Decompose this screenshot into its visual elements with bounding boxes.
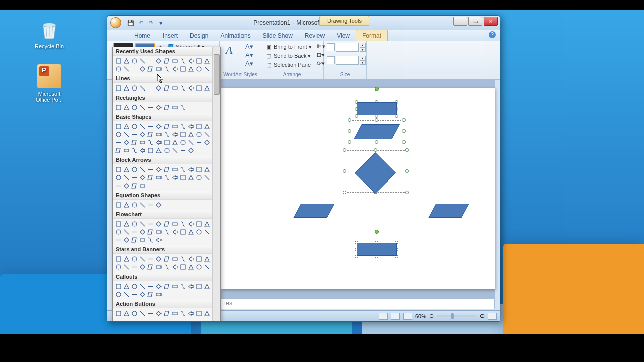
shape-option[interactable] xyxy=(203,166,211,173)
shape-option[interactable] xyxy=(171,104,179,111)
tab-review[interactable]: Review xyxy=(299,30,331,41)
shape-option[interactable] xyxy=(171,139,179,146)
shape-option[interactable] xyxy=(123,182,130,190)
shape-option[interactable] xyxy=(195,263,203,271)
shape-option[interactable] xyxy=(179,174,187,182)
shape-option[interactable] xyxy=(139,139,146,146)
width-spinner[interactable]: ▴▾ xyxy=(360,56,366,65)
shape-option[interactable] xyxy=(171,283,179,290)
notes-pane[interactable]: tes xyxy=(221,298,495,309)
shape-option[interactable] xyxy=(171,228,179,236)
shape-option[interactable] xyxy=(123,255,130,263)
shape-option[interactable] xyxy=(163,84,171,92)
shape-option[interactable] xyxy=(195,174,203,182)
text-outline-button[interactable]: A▾ xyxy=(245,51,253,59)
shape-option[interactable] xyxy=(155,139,163,146)
shape-option[interactable] xyxy=(139,310,146,317)
shape-option[interactable] xyxy=(123,220,130,228)
shape-option[interactable] xyxy=(179,65,187,73)
shape-option[interactable] xyxy=(187,123,195,130)
shape-option[interactable] xyxy=(195,65,203,73)
shape-option[interactable] xyxy=(179,255,187,263)
shape-option[interactable] xyxy=(123,57,130,65)
shape-option[interactable] xyxy=(163,220,171,228)
shape-option[interactable] xyxy=(123,310,130,317)
shape-option[interactable] xyxy=(131,220,138,228)
shape-option[interactable] xyxy=(163,147,171,154)
shape-option[interactable] xyxy=(131,255,138,263)
shape-option[interactable] xyxy=(179,131,187,138)
shape-option[interactable] xyxy=(139,174,146,182)
shape-option[interactable] xyxy=(115,263,122,271)
shape-option[interactable] xyxy=(115,131,122,138)
shape-option[interactable] xyxy=(163,65,171,73)
shape-option[interactable] xyxy=(187,57,195,65)
shape-option[interactable] xyxy=(139,291,146,298)
shape-option[interactable] xyxy=(139,104,146,111)
shape-option[interactable] xyxy=(187,220,195,228)
shape-option[interactable] xyxy=(171,255,179,263)
shape-option[interactable] xyxy=(203,84,211,92)
shape-option[interactable] xyxy=(139,57,146,65)
shape-option[interactable] xyxy=(171,123,179,130)
shape-option[interactable] xyxy=(203,131,211,138)
shape-option[interactable] xyxy=(155,283,163,290)
shape-option[interactable] xyxy=(123,139,130,146)
shape-option[interactable] xyxy=(179,139,187,146)
shape-option[interactable] xyxy=(155,255,163,263)
shape-option[interactable] xyxy=(179,84,187,92)
shape-option[interactable] xyxy=(147,201,154,209)
shape-option[interactable] xyxy=(147,147,154,154)
shape-option[interactable] xyxy=(179,57,187,65)
shape-option[interactable] xyxy=(179,283,187,290)
shape-option[interactable] xyxy=(163,174,171,182)
flowchart-data-1[interactable] xyxy=(354,124,400,139)
shape-option[interactable] xyxy=(187,84,195,92)
shape-option[interactable] xyxy=(195,131,203,138)
shape-option[interactable] xyxy=(147,57,154,65)
text-fill-button[interactable]: A▾ xyxy=(245,43,253,50)
shape-option[interactable] xyxy=(187,174,195,182)
shape-option[interactable] xyxy=(123,123,130,130)
shape-option[interactable] xyxy=(147,174,154,182)
shape-option[interactable] xyxy=(131,291,138,298)
shape-option[interactable] xyxy=(147,291,154,298)
bring-to-front-button[interactable]: ▣Bring to Front ▾ xyxy=(264,43,313,51)
shape-option[interactable] xyxy=(131,182,138,190)
zoom-out-button[interactable]: ⊖ xyxy=(429,313,434,319)
height-input[interactable] xyxy=(336,43,359,52)
shape-option[interactable] xyxy=(195,228,203,236)
tab-view[interactable]: View xyxy=(331,30,356,41)
titlebar[interactable]: 💾 ↶ ↷ ▾ Presentation1 - Microsoft PowerP… xyxy=(107,16,500,30)
shape-option[interactable] xyxy=(163,166,171,173)
shape-option[interactable] xyxy=(163,263,171,271)
shape-option[interactable] xyxy=(115,201,122,209)
shape-option[interactable] xyxy=(203,310,211,317)
send-to-back-button[interactable]: ▢Send to Back ▾ xyxy=(264,52,313,60)
shape-option[interactable] xyxy=(147,131,154,138)
shape-option[interactable] xyxy=(123,291,130,298)
shape-option[interactable] xyxy=(187,228,195,236)
shape-option[interactable] xyxy=(171,84,179,92)
shape-option[interactable] xyxy=(115,228,122,236)
shape-option[interactable] xyxy=(195,57,203,65)
shape-option[interactable] xyxy=(195,123,203,130)
shape-option[interactable] xyxy=(195,84,203,92)
shape-option[interactable] xyxy=(179,220,187,228)
shape-option[interactable] xyxy=(131,123,138,130)
flowchart-process-1[interactable] xyxy=(357,102,397,115)
shape-option[interactable] xyxy=(155,57,163,65)
shape-option[interactable] xyxy=(115,283,122,290)
shape-option[interactable] xyxy=(147,220,154,228)
shape-option[interactable] xyxy=(115,220,122,228)
shape-option[interactable] xyxy=(115,123,122,130)
shape-option[interactable] xyxy=(187,65,195,73)
shape-option[interactable] xyxy=(179,147,187,154)
shape-option[interactable] xyxy=(123,65,130,73)
shape-option[interactable] xyxy=(131,131,138,138)
tab-design[interactable]: Design xyxy=(184,30,214,41)
shape-option[interactable] xyxy=(147,84,154,92)
shape-option[interactable] xyxy=(203,220,211,228)
selection-pane-button[interactable]: ⬚Selection Pane xyxy=(264,61,313,69)
shape-option[interactable] xyxy=(179,166,187,173)
